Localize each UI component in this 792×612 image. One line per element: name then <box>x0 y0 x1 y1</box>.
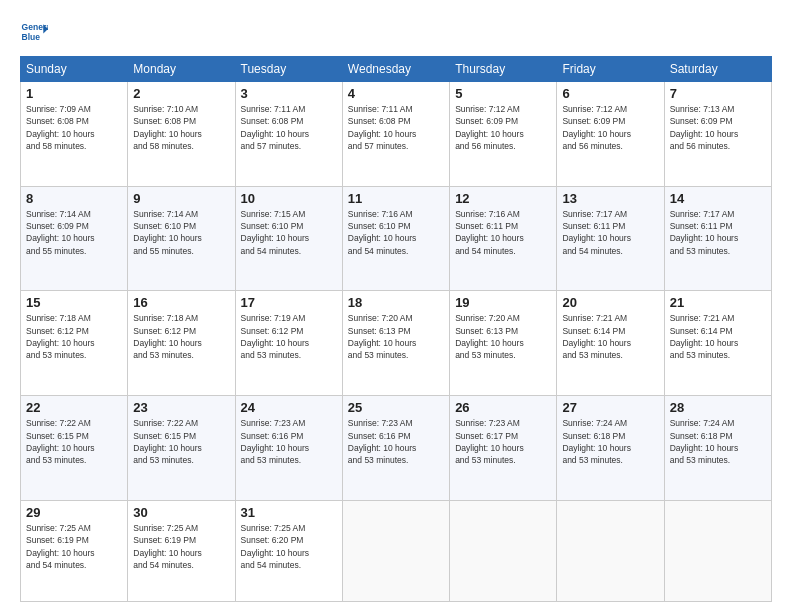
calendar-cell: 11Sunrise: 7:16 AMSunset: 6:10 PMDayligh… <box>342 186 449 291</box>
calendar-cell: 25Sunrise: 7:23 AMSunset: 6:16 PMDayligh… <box>342 396 449 501</box>
day-info: Sunrise: 7:11 AMSunset: 6:08 PMDaylight:… <box>348 103 444 152</box>
calendar-cell: 31Sunrise: 7:25 AMSunset: 6:20 PMDayligh… <box>235 500 342 601</box>
calendar-cell: 13Sunrise: 7:17 AMSunset: 6:11 PMDayligh… <box>557 186 664 291</box>
calendar-cell: 9Sunrise: 7:14 AMSunset: 6:10 PMDaylight… <box>128 186 235 291</box>
day-number: 25 <box>348 400 444 415</box>
calendar-cell: 6Sunrise: 7:12 AMSunset: 6:09 PMDaylight… <box>557 82 664 187</box>
day-number: 14 <box>670 191 766 206</box>
day-number: 8 <box>26 191 122 206</box>
calendar-cell: 18Sunrise: 7:20 AMSunset: 6:13 PMDayligh… <box>342 291 449 396</box>
calendar-cell: 16Sunrise: 7:18 AMSunset: 6:12 PMDayligh… <box>128 291 235 396</box>
day-info: Sunrise: 7:18 AMSunset: 6:12 PMDaylight:… <box>26 312 122 361</box>
day-info: Sunrise: 7:19 AMSunset: 6:12 PMDaylight:… <box>241 312 337 361</box>
calendar-cell: 14Sunrise: 7:17 AMSunset: 6:11 PMDayligh… <box>664 186 771 291</box>
day-number: 27 <box>562 400 658 415</box>
day-info: Sunrise: 7:10 AMSunset: 6:08 PMDaylight:… <box>133 103 229 152</box>
weekday-header: Wednesday <box>342 57 449 82</box>
day-number: 18 <box>348 295 444 310</box>
day-number: 12 <box>455 191 551 206</box>
day-info: Sunrise: 7:25 AMSunset: 6:19 PMDaylight:… <box>133 522 229 571</box>
day-number: 20 <box>562 295 658 310</box>
day-number: 24 <box>241 400 337 415</box>
weekday-header: Friday <box>557 57 664 82</box>
calendar-cell <box>450 500 557 601</box>
day-number: 21 <box>670 295 766 310</box>
calendar-cell: 22Sunrise: 7:22 AMSunset: 6:15 PMDayligh… <box>21 396 128 501</box>
logo-icon: General Blue <box>20 18 48 46</box>
day-number: 10 <box>241 191 337 206</box>
calendar-cell: 30Sunrise: 7:25 AMSunset: 6:19 PMDayligh… <box>128 500 235 601</box>
day-number: 31 <box>241 505 337 520</box>
calendar-cell: 23Sunrise: 7:22 AMSunset: 6:15 PMDayligh… <box>128 396 235 501</box>
day-number: 15 <box>26 295 122 310</box>
day-info: Sunrise: 7:22 AMSunset: 6:15 PMDaylight:… <box>26 417 122 466</box>
day-info: Sunrise: 7:16 AMSunset: 6:10 PMDaylight:… <box>348 208 444 257</box>
day-info: Sunrise: 7:20 AMSunset: 6:13 PMDaylight:… <box>348 312 444 361</box>
day-number: 22 <box>26 400 122 415</box>
day-info: Sunrise: 7:12 AMSunset: 6:09 PMDaylight:… <box>562 103 658 152</box>
day-info: Sunrise: 7:25 AMSunset: 6:19 PMDaylight:… <box>26 522 122 571</box>
calendar-cell: 4Sunrise: 7:11 AMSunset: 6:08 PMDaylight… <box>342 82 449 187</box>
day-info: Sunrise: 7:23 AMSunset: 6:16 PMDaylight:… <box>241 417 337 466</box>
day-number: 4 <box>348 86 444 101</box>
day-info: Sunrise: 7:16 AMSunset: 6:11 PMDaylight:… <box>455 208 551 257</box>
day-number: 30 <box>133 505 229 520</box>
day-number: 29 <box>26 505 122 520</box>
day-number: 1 <box>26 86 122 101</box>
day-number: 23 <box>133 400 229 415</box>
day-number: 26 <box>455 400 551 415</box>
calendar-cell: 15Sunrise: 7:18 AMSunset: 6:12 PMDayligh… <box>21 291 128 396</box>
day-number: 6 <box>562 86 658 101</box>
calendar-cell: 10Sunrise: 7:15 AMSunset: 6:10 PMDayligh… <box>235 186 342 291</box>
day-number: 28 <box>670 400 766 415</box>
day-number: 16 <box>133 295 229 310</box>
day-info: Sunrise: 7:12 AMSunset: 6:09 PMDaylight:… <box>455 103 551 152</box>
day-number: 19 <box>455 295 551 310</box>
day-info: Sunrise: 7:22 AMSunset: 6:15 PMDaylight:… <box>133 417 229 466</box>
calendar-cell: 26Sunrise: 7:23 AMSunset: 6:17 PMDayligh… <box>450 396 557 501</box>
calendar-cell: 29Sunrise: 7:25 AMSunset: 6:19 PMDayligh… <box>21 500 128 601</box>
calendar-table: SundayMondayTuesdayWednesdayThursdayFrid… <box>20 56 772 602</box>
calendar-cell: 8Sunrise: 7:14 AMSunset: 6:09 PMDaylight… <box>21 186 128 291</box>
weekday-header: Thursday <box>450 57 557 82</box>
weekday-header: Saturday <box>664 57 771 82</box>
day-info: Sunrise: 7:17 AMSunset: 6:11 PMDaylight:… <box>562 208 658 257</box>
weekday-header: Tuesday <box>235 57 342 82</box>
page: General Blue SundayMondayTuesdayWednesda… <box>0 0 792 612</box>
day-info: Sunrise: 7:24 AMSunset: 6:18 PMDaylight:… <box>562 417 658 466</box>
calendar-cell <box>342 500 449 601</box>
day-number: 11 <box>348 191 444 206</box>
calendar-cell: 21Sunrise: 7:21 AMSunset: 6:14 PMDayligh… <box>664 291 771 396</box>
calendar-cell: 1Sunrise: 7:09 AMSunset: 6:08 PMDaylight… <box>21 82 128 187</box>
header: General Blue <box>20 18 772 46</box>
calendar-cell <box>664 500 771 601</box>
calendar-cell: 7Sunrise: 7:13 AMSunset: 6:09 PMDaylight… <box>664 82 771 187</box>
day-number: 3 <box>241 86 337 101</box>
day-info: Sunrise: 7:23 AMSunset: 6:17 PMDaylight:… <box>455 417 551 466</box>
day-info: Sunrise: 7:25 AMSunset: 6:20 PMDaylight:… <box>241 522 337 571</box>
day-info: Sunrise: 7:14 AMSunset: 6:09 PMDaylight:… <box>26 208 122 257</box>
day-info: Sunrise: 7:24 AMSunset: 6:18 PMDaylight:… <box>670 417 766 466</box>
calendar-cell <box>557 500 664 601</box>
day-info: Sunrise: 7:11 AMSunset: 6:08 PMDaylight:… <box>241 103 337 152</box>
calendar-cell: 20Sunrise: 7:21 AMSunset: 6:14 PMDayligh… <box>557 291 664 396</box>
weekday-header: Sunday <box>21 57 128 82</box>
logo: General Blue <box>20 18 48 46</box>
day-number: 9 <box>133 191 229 206</box>
calendar-cell: 27Sunrise: 7:24 AMSunset: 6:18 PMDayligh… <box>557 396 664 501</box>
day-info: Sunrise: 7:21 AMSunset: 6:14 PMDaylight:… <box>670 312 766 361</box>
weekday-header: Monday <box>128 57 235 82</box>
day-info: Sunrise: 7:18 AMSunset: 6:12 PMDaylight:… <box>133 312 229 361</box>
calendar-cell: 12Sunrise: 7:16 AMSunset: 6:11 PMDayligh… <box>450 186 557 291</box>
calendar-cell: 17Sunrise: 7:19 AMSunset: 6:12 PMDayligh… <box>235 291 342 396</box>
calendar-cell: 28Sunrise: 7:24 AMSunset: 6:18 PMDayligh… <box>664 396 771 501</box>
day-info: Sunrise: 7:09 AMSunset: 6:08 PMDaylight:… <box>26 103 122 152</box>
day-number: 2 <box>133 86 229 101</box>
day-info: Sunrise: 7:23 AMSunset: 6:16 PMDaylight:… <box>348 417 444 466</box>
calendar-cell: 2Sunrise: 7:10 AMSunset: 6:08 PMDaylight… <box>128 82 235 187</box>
day-info: Sunrise: 7:13 AMSunset: 6:09 PMDaylight:… <box>670 103 766 152</box>
day-number: 13 <box>562 191 658 206</box>
day-number: 5 <box>455 86 551 101</box>
calendar-cell: 24Sunrise: 7:23 AMSunset: 6:16 PMDayligh… <box>235 396 342 501</box>
day-info: Sunrise: 7:15 AMSunset: 6:10 PMDaylight:… <box>241 208 337 257</box>
